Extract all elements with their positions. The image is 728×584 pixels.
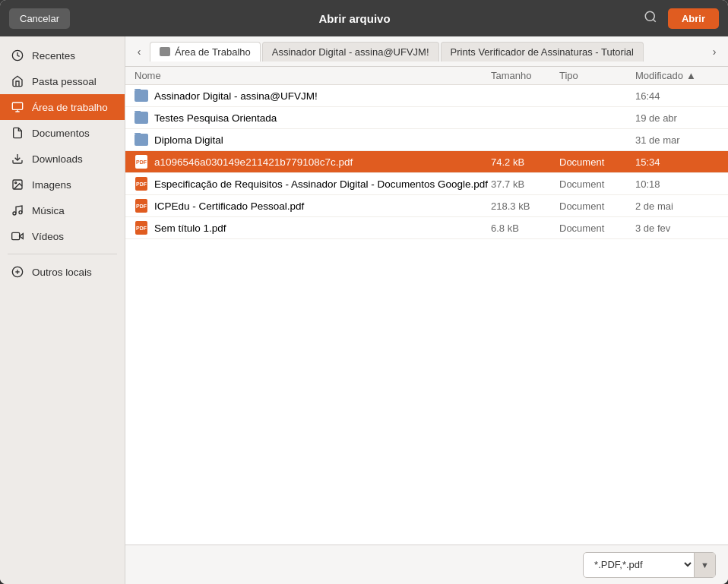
- sidebar-item-label: Música: [32, 205, 65, 216]
- svg-point-10: [19, 211, 22, 214]
- table-row[interactable]: PDF Sem título 1.pdf 6.8 kB Document 3 d…: [125, 217, 728, 239]
- sidebar-item-outros-locais[interactable]: Outros locais: [0, 259, 125, 285]
- sidebar-item-musica[interactable]: Música: [0, 197, 125, 223]
- search-icon: [644, 10, 657, 27]
- sort-arrow-icon: ▲: [686, 70, 696, 81]
- breadcrumb-tab-prints[interactable]: Prints Verificador de Assinaturas - Tuto…: [441, 42, 644, 62]
- filter-dropdown-button[interactable]: ▼: [694, 553, 715, 577]
- svg-point-8: [15, 182, 17, 184]
- titlebar: Cancelar Abrir arquivo Abrir: [0, 0, 728, 36]
- svg-line-1: [653, 19, 655, 21]
- breadcrumb-tab-label: Assinador Digital - assina@UFVJM!: [272, 46, 429, 58]
- filter-select-wrapper: *.PDF,*.pdf Todos os arquivos ▼: [583, 552, 716, 578]
- table-row[interactable]: PDF a1096546a030149e211421b779108c7c.pdf…: [125, 151, 728, 173]
- file-type: Document: [559, 223, 635, 234]
- column-header-modified: Modificado ▲: [635, 70, 719, 81]
- file-size: 74.2 kB: [491, 156, 559, 168]
- filter-select[interactable]: *.PDF,*.pdf Todos os arquivos: [584, 554, 694, 576]
- file-list-header: Nome Tamanho Tipo Modificado ▲: [125, 67, 728, 85]
- file-name: PDF Sem título 1.pdf: [135, 221, 491, 235]
- svg-point-0: [645, 11, 654, 21]
- video-icon: [11, 229, 24, 243]
- file-type: Document: [559, 156, 635, 168]
- folder-icon: [135, 133, 148, 147]
- breadcrumb-tab-label: Prints Verificador de Assinaturas - Tuto…: [451, 46, 634, 58]
- pdf-icon: PDF: [135, 199, 148, 213]
- breadcrumb-tab-assinador[interactable]: Assinador Digital - assina@UFVJM!: [262, 42, 439, 62]
- svg-rect-12: [12, 232, 20, 239]
- sidebar-item-label: Vídeos: [32, 231, 64, 242]
- breadcrumb-tab-label: Área de Trabalho: [175, 46, 251, 58]
- sidebar-item-documentos[interactable]: Documentos: [0, 120, 125, 146]
- column-header-size: Tamanho: [491, 70, 559, 81]
- file-modified: 19 de abr: [635, 112, 719, 124]
- file-modified: 15:34: [635, 156, 719, 168]
- document-icon: [11, 126, 24, 140]
- sidebar-item-pasta-pessoal[interactable]: Pasta pessoal: [0, 68, 125, 94]
- file-name: Diploma Digital: [135, 133, 491, 147]
- file-size: 37.7 kB: [491, 178, 559, 190]
- folder-icon: [135, 111, 148, 125]
- breadcrumb-forward-button[interactable]: ›: [704, 41, 725, 62]
- file-modified: 10:18: [635, 178, 719, 190]
- file-list-container: Nome Tamanho Tipo Modificado ▲ Assinador…: [125, 67, 728, 545]
- open-button[interactable]: Abrir: [668, 8, 719, 29]
- download-icon: [11, 152, 24, 166]
- table-row[interactable]: Diploma Digital 31 de mar: [125, 129, 728, 151]
- breadcrumb-bar: ‹ Área de Trabalho Assinador Digital - a…: [125, 36, 728, 67]
- clock-icon: [11, 49, 24, 62]
- file-modified: 16:44: [635, 90, 719, 102]
- search-button[interactable]: [639, 5, 662, 32]
- pdf-icon: PDF: [135, 155, 148, 169]
- sidebar-item-label: Área de trabalho: [32, 102, 108, 113]
- file-name: Testes Pesquisa Orientada: [135, 111, 491, 125]
- file-size: 6.8 kB: [491, 223, 559, 234]
- chevron-left-icon: ‹: [138, 46, 141, 58]
- chevron-down-icon: ▼: [701, 560, 709, 570]
- file-name: Assinador Digital - assina@UFVJM!: [135, 89, 491, 103]
- chevron-right-icon: ›: [713, 46, 717, 58]
- table-row[interactable]: PDF Especificação de Requisitos - Assina…: [125, 173, 728, 195]
- main-content: Recentes Pasta pessoal: [0, 36, 728, 584]
- image-icon: [11, 178, 24, 191]
- dialog-title: Abrir arquivo: [76, 12, 633, 25]
- file-name: PDF ICPEdu - Certificado Pessoal.pdf: [135, 199, 491, 213]
- sidebar-item-label: Downloads: [32, 153, 83, 165]
- table-row[interactable]: PDF ICPEdu - Certificado Pessoal.pdf 218…: [125, 195, 728, 217]
- breadcrumb-back-button[interactable]: ‹: [128, 41, 150, 62]
- sidebar-item-label: Documentos: [32, 128, 90, 139]
- file-name: PDF a1096546a030149e211421b779108c7c.pdf: [135, 155, 491, 169]
- breadcrumb-tab-area-de-trabalho[interactable]: Área de Trabalho: [150, 42, 261, 62]
- file-type: Document: [559, 178, 635, 190]
- sidebar-item-recentes[interactable]: Recentes: [0, 43, 125, 68]
- file-dialog: Cancelar Abrir arquivo Abrir: [0, 0, 728, 584]
- sidebar-item-videos[interactable]: Vídeos: [0, 223, 125, 249]
- svg-marker-11: [20, 234, 24, 239]
- music-icon: [11, 204, 24, 217]
- sidebar-item-label: Recentes: [32, 50, 75, 62]
- table-row[interactable]: Assinador Digital - assina@UFVJM! 16:44: [125, 85, 728, 107]
- cancel-button[interactable]: Cancelar: [9, 8, 70, 29]
- table-row[interactable]: Testes Pesquisa Orientada 19 de abr: [125, 107, 728, 129]
- file-size: 218.3 kB: [491, 200, 559, 212]
- svg-rect-3: [12, 103, 22, 109]
- sidebar-separator: [8, 254, 117, 254]
- sidebar-item-label: Outros locais: [32, 267, 92, 278]
- sidebar-item-downloads[interactable]: Downloads: [0, 146, 125, 172]
- column-header-name: Nome: [135, 70, 491, 81]
- file-modified: 31 de mar: [635, 134, 719, 146]
- right-panel: ‹ Área de Trabalho Assinador Digital - a…: [125, 36, 728, 584]
- sidebar-item-area-de-trabalho[interactable]: Área de trabalho: [0, 94, 125, 120]
- file-name: PDF Especificação de Requisitos - Assina…: [135, 177, 491, 191]
- breadcrumb-tabs: Área de Trabalho Assinador Digital - ass…: [150, 42, 704, 62]
- file-modified: 3 de fev: [635, 223, 719, 234]
- plus-icon: [11, 265, 24, 279]
- pdf-icon: PDF: [135, 221, 148, 235]
- sidebar: Recentes Pasta pessoal: [0, 36, 125, 584]
- pdf-icon: PDF: [135, 177, 148, 191]
- file-modified: 2 de mai: [635, 200, 719, 212]
- sidebar-item-imagens[interactable]: Imagens: [0, 172, 125, 197]
- column-header-type: Tipo: [559, 70, 635, 81]
- sidebar-item-label: Pasta pessoal: [32, 76, 97, 87]
- footer: *.PDF,*.pdf Todos os arquivos ▼: [125, 545, 728, 584]
